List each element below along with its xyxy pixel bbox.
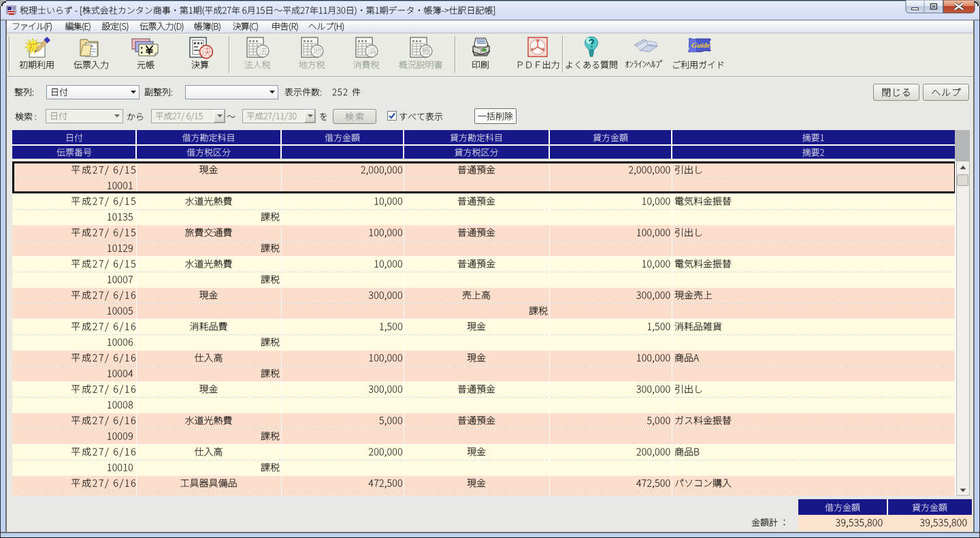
svg-text:Guide: Guide: [691, 41, 710, 49]
